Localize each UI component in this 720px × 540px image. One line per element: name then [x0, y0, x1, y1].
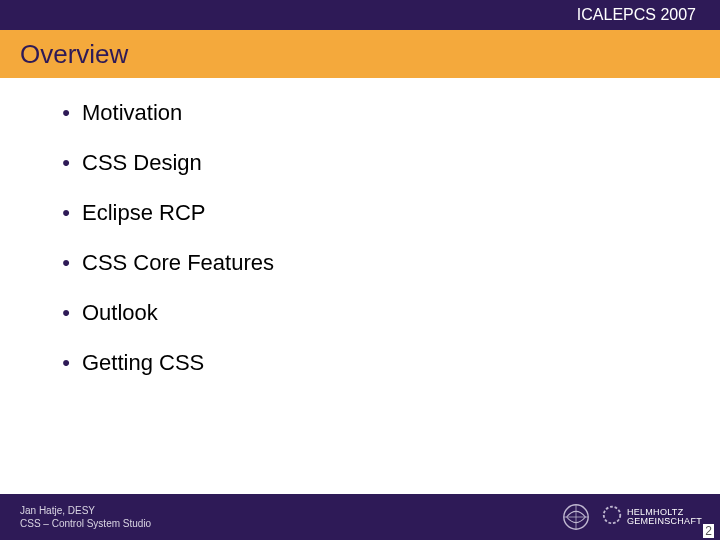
list-item: •Getting CSS: [50, 350, 650, 376]
helmholtz-text: HELMHOLTZ GEMEINSCHAFT: [627, 508, 702, 526]
footer-logos: HELMHOLTZ GEMEINSCHAFT: [561, 502, 720, 532]
footer-credits: Jan Hatje, DESY CSS – Control System Stu…: [0, 504, 561, 530]
slide-title: Overview: [20, 39, 128, 70]
list-item: •CSS Core Features: [50, 250, 650, 276]
top-bar: ICALEPCS 2007: [0, 0, 720, 30]
bullet-text: CSS Core Features: [82, 250, 274, 275]
svg-point-1: [604, 507, 621, 524]
bullet-text: Getting CSS: [82, 350, 204, 375]
bullet-text: CSS Design: [82, 150, 202, 175]
bullet-icon: •: [50, 200, 82, 226]
bullet-icon: •: [50, 150, 82, 176]
title-bar: Overview: [0, 30, 720, 78]
bullet-text: Outlook: [82, 300, 158, 325]
helmholtz-mark-icon: [601, 504, 623, 530]
bullet-icon: •: [50, 350, 82, 376]
page-number: 2: [703, 524, 714, 538]
bullet-icon: •: [50, 100, 82, 126]
helmholtz-logo: HELMHOLTZ GEMEINSCHAFT: [601, 504, 702, 530]
bullet-text: Eclipse RCP: [82, 200, 205, 225]
footer-bar: Jan Hatje, DESY CSS – Control System Stu…: [0, 494, 720, 540]
footer-subtitle: CSS – Control System Studio: [20, 517, 561, 530]
conference-label: ICALEPCS 2007: [577, 6, 696, 24]
slide: ICALEPCS 2007 Overview •Motivation •CSS …: [0, 0, 720, 540]
bullet-text: Motivation: [82, 100, 182, 125]
bullet-icon: •: [50, 250, 82, 276]
list-item: •CSS Design: [50, 150, 650, 176]
list-item: •Eclipse RCP: [50, 200, 650, 226]
footer-author: Jan Hatje, DESY: [20, 504, 561, 517]
list-item: •Motivation: [50, 100, 650, 126]
bullet-list: •Motivation •CSS Design •Eclipse RCP •CS…: [50, 100, 650, 376]
list-item: •Outlook: [50, 300, 650, 326]
desy-logo-icon: [561, 502, 591, 532]
content-area: •Motivation •CSS Design •Eclipse RCP •CS…: [50, 100, 650, 400]
helmholtz-line2: GEMEINSCHAFT: [627, 517, 702, 526]
bullet-icon: •: [50, 300, 82, 326]
